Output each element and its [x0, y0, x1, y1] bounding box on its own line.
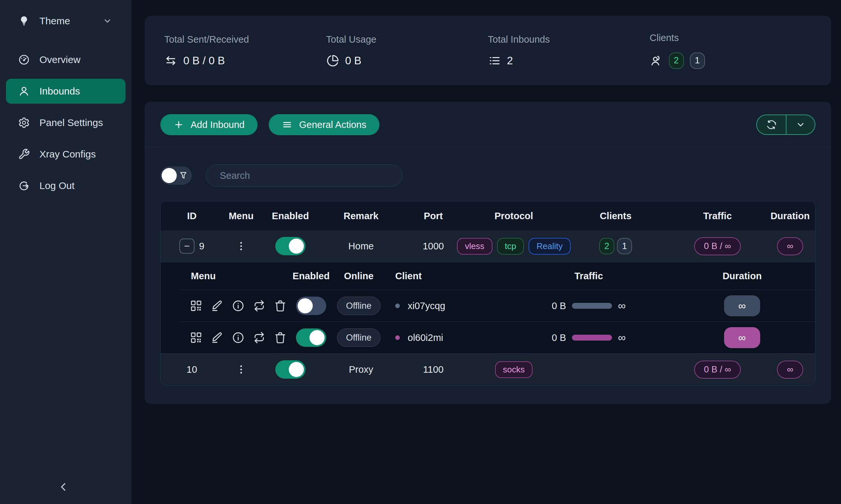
- col-header-duration: Duration: [765, 211, 815, 221]
- sidebar-collapse-button[interactable]: [58, 479, 73, 495]
- info-icon[interactable]: [231, 331, 245, 344]
- col-header-duration: Duration: [669, 271, 815, 282]
- theme-selector[interactable]: Theme: [6, 8, 125, 34]
- sidebar-item-label: Log Out: [39, 180, 74, 191]
- edit-pencil-icon[interactable]: [210, 299, 224, 312]
- sidebar-item-logout[interactable]: Log Out: [6, 173, 125, 198]
- traffic-pill: 0 B / ∞: [694, 237, 741, 255]
- general-actions-button[interactable]: General Actions: [269, 114, 379, 135]
- expanded-clients-section: Menu Enabled Online Client Traffic Durat…: [161, 262, 815, 354]
- sidebar-item-xray-configs[interactable]: Xray Configs: [6, 142, 125, 167]
- reset-traffic-icon[interactable]: [253, 299, 266, 312]
- row-menu-button[interactable]: [236, 240, 247, 252]
- sidebar-item-inbounds[interactable]: Inbounds: [6, 79, 125, 104]
- col-header-client: Client: [387, 271, 508, 282]
- trash-icon[interactable]: [274, 331, 287, 344]
- table-row: 10 Proxy 1100 socks 0 B / ∞ ∞: [161, 354, 815, 385]
- stat-label: Total Usage: [326, 34, 488, 45]
- table-header: ID Menu Enabled Remark Port Protocol Cli…: [161, 201, 815, 230]
- inbound-enabled-toggle[interactable]: [275, 360, 306, 379]
- list-icon: [488, 54, 501, 67]
- qr-code-icon[interactable]: [190, 299, 203, 312]
- col-header-clients: Clients: [562, 211, 670, 221]
- clients-disabled-badge: 1: [617, 238, 632, 254]
- filter-row: [144, 147, 831, 187]
- inbound-remark: Proxy: [349, 364, 373, 375]
- traffic-used: 0 B: [552, 301, 566, 311]
- sidebar-item-label: Xray Configs: [39, 149, 96, 160]
- reset-traffic-icon[interactable]: [253, 331, 266, 344]
- col-header-enabled: Enabled: [259, 211, 322, 221]
- qr-code-icon[interactable]: [190, 331, 203, 344]
- collapse-row-button[interactable]: −: [179, 238, 194, 254]
- logout-icon: [18, 179, 30, 192]
- col-header-protocol: Protocol: [466, 211, 562, 221]
- stat-total-sent-received: Total Sent/Received 0 B / 0 B: [164, 34, 326, 67]
- person-icon: [18, 85, 30, 97]
- client-status-dot: [395, 335, 400, 340]
- refresh-button[interactable]: [757, 115, 786, 134]
- traffic-pill: 0 B / ∞: [694, 361, 741, 379]
- edit-pencil-icon[interactable]: [210, 331, 224, 344]
- hamburger-icon: [282, 120, 292, 130]
- col-header-enabled: Enabled: [291, 271, 331, 282]
- funnel-icon: [179, 171, 188, 180]
- add-inbound-button[interactable]: Add Inbound: [160, 114, 258, 135]
- col-header-id: ID: [161, 211, 223, 221]
- main-content: Total Sent/Received 0 B / 0 B Total Usag…: [132, 0, 841, 504]
- client-enabled-toggle[interactable]: [296, 296, 326, 315]
- people-icon: [650, 54, 663, 67]
- pie-chart-icon: [326, 54, 339, 67]
- stat-label: Total Sent/Received: [164, 34, 326, 45]
- traffic-progress-bar: [572, 303, 612, 309]
- refresh-split-button: [756, 114, 816, 135]
- stat-label: Clients: [650, 33, 812, 43]
- sidebar-item-overview[interactable]: Overview: [6, 47, 125, 72]
- duration-pill: ∞: [777, 361, 803, 379]
- duration-pill: ∞: [777, 237, 803, 255]
- traffic-used: 0 B: [552, 332, 566, 343]
- traffic-cap: ∞: [618, 331, 626, 344]
- client-enabled-toggle[interactable]: [296, 328, 326, 347]
- traffic-progress-bar: [572, 335, 612, 341]
- stat-value: 2: [507, 54, 513, 67]
- client-status-dot: [395, 304, 400, 308]
- client-name: ol60i2mi: [408, 332, 443, 343]
- search-input[interactable]: [206, 164, 403, 187]
- filter-toggle[interactable]: [160, 166, 192, 185]
- clients-enabled-badge: 2: [599, 238, 614, 254]
- stat-value: 0 B: [345, 54, 362, 67]
- inbounds-panel: Add Inbound General Actions: [144, 102, 831, 404]
- table-row: − 9 Home 1000 vless tcp Reality: [161, 230, 815, 262]
- theme-label: Theme: [39, 15, 70, 26]
- col-header-traffic: Traffic: [670, 211, 765, 221]
- sidebar-item-label: Panel Settings: [39, 117, 103, 128]
- clients-total-badge: 1: [690, 53, 705, 69]
- inbound-enabled-toggle[interactable]: [275, 237, 306, 255]
- gear-icon: [18, 116, 30, 129]
- refresh-dropdown-button[interactable]: [786, 115, 815, 134]
- stat-value: 0 B / 0 B: [183, 54, 225, 67]
- sidebar-item-panel-settings[interactable]: Panel Settings: [6, 110, 125, 135]
- duration-pill: ∞: [724, 327, 760, 348]
- client-table-header: Menu Enabled Online Client Traffic Durat…: [180, 262, 815, 290]
- actions-row: Add Inbound General Actions: [144, 102, 831, 147]
- online-status-badge: Offline: [337, 328, 380, 347]
- inbound-remark: Home: [348, 241, 374, 252]
- inbound-id: 9: [199, 241, 204, 252]
- inbounds-table: ID Menu Enabled Remark Port Protocol Cli…: [160, 201, 816, 385]
- wrench-icon: [18, 148, 30, 160]
- client-row: Offline xi07ycqg 0 B ∞ ∞: [180, 290, 815, 322]
- clients-online-badge: 2: [669, 53, 684, 69]
- stat-total-usage: Total Usage 0 B: [326, 34, 488, 67]
- info-icon[interactable]: [231, 299, 245, 312]
- inbound-port: 1000: [423, 241, 444, 252]
- sidebar-item-label: Inbounds: [39, 86, 80, 97]
- traffic-cap: ∞: [618, 300, 626, 312]
- online-status-badge: Offline: [337, 296, 380, 315]
- row-menu-button[interactable]: [236, 364, 247, 375]
- transport-tag: tcp: [497, 238, 524, 255]
- trash-icon[interactable]: [274, 299, 287, 312]
- transfer-arrows-icon: [164, 54, 177, 67]
- client-row: Offline ol60i2mi 0 B ∞ ∞: [180, 322, 815, 354]
